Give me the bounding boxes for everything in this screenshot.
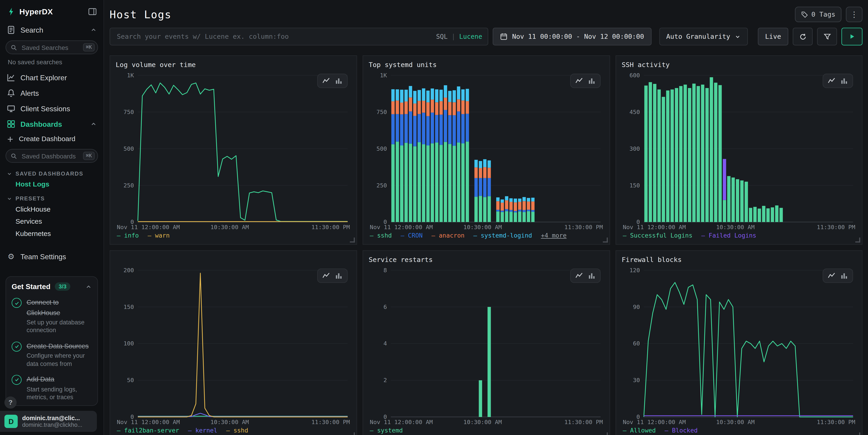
legend-item[interactable]: — anacron — [432, 231, 465, 239]
bar-chart-icon[interactable] — [588, 272, 596, 280]
legend-item[interactable]: — sshd — [370, 231, 392, 239]
sidebar-item-host-logs[interactable]: Host Logs — [0, 178, 103, 190]
panel-firewall-blocks: Firewall blocks 0306090120Nov 11 12:00:0… — [616, 250, 863, 435]
main-content: Host Logs 0 Tags ⋮ SQL | Luce — [104, 0, 868, 435]
sidebar-item-search[interactable]: Search — [0, 22, 103, 38]
sidebar-item-team-settings[interactable]: ⚙ Team Settings — [0, 249, 103, 264]
svg-text:11:30:00 PM: 11:30:00 PM — [311, 224, 350, 230]
legend-item[interactable]: — Blocked — [665, 427, 698, 434]
filter-button[interactable] — [817, 28, 837, 45]
live-button[interactable]: Live — [758, 28, 788, 45]
chart-type-toggle[interactable] — [823, 74, 853, 88]
avatar: D — [4, 415, 18, 428]
tag-icon — [801, 11, 808, 18]
legend-item[interactable]: — CRON — [401, 231, 423, 239]
granularity-dropdown[interactable]: Auto Granularity — [659, 28, 748, 45]
chart-type-toggle[interactable] — [317, 269, 348, 283]
dashboards-grid-icon — [7, 120, 16, 129]
svg-text:11:30:00 PM: 11:30:00 PM — [817, 418, 855, 426]
line-chart-icon[interactable] — [575, 272, 583, 280]
legend-item[interactable]: — info — [117, 231, 139, 239]
live-label: Live — [765, 33, 781, 40]
resize-handle[interactable] — [603, 433, 608, 435]
chart-legend: — systemd — [369, 426, 604, 435]
svg-text:250: 250 — [124, 182, 134, 189]
refresh-button[interactable] — [793, 28, 813, 45]
svg-text:Nov 11 12:00:00 AM: Nov 11 12:00:00 AM — [117, 418, 180, 426]
resize-handle[interactable] — [603, 238, 608, 243]
legend-item[interactable]: — systemd — [370, 427, 403, 434]
chart-type-toggle[interactable] — [317, 74, 348, 88]
event-search-box[interactable]: SQL | Lucene — [110, 28, 488, 45]
presets-header[interactable]: PRESETS — [0, 190, 103, 203]
date-range-picker[interactable]: Nov 11 00:00:00 - Nov 12 00:00:00 — [493, 28, 651, 45]
sidebar-item-kubernetes[interactable]: Kubernetes — [0, 227, 103, 240]
line-chart-icon[interactable] — [322, 77, 330, 85]
saved-dashboards-input[interactable] — [21, 152, 80, 160]
bar-chart-icon[interactable] — [588, 77, 596, 85]
collapse-sidebar-icon[interactable] — [88, 7, 97, 16]
svg-text:500: 500 — [377, 145, 387, 152]
line-chart-icon[interactable] — [575, 77, 583, 85]
get-started-step[interactable]: Add Data Start sending logs, metrics, or… — [11, 374, 92, 401]
chart-type-toggle[interactable] — [570, 269, 600, 283]
run-query-button[interactable] — [841, 28, 862, 45]
bar-chart-icon[interactable] — [840, 77, 848, 85]
sidebar-item-client-sessions[interactable]: Client Sessions — [0, 101, 103, 116]
step-desc: Start sending logs, metrics, or traces — [27, 385, 92, 401]
user-name: dominic.tran@clic... — [22, 415, 82, 421]
legend-item[interactable]: — Successful Logins — [623, 231, 692, 239]
resize-handle[interactable] — [855, 433, 860, 435]
saved-dashboards-header[interactable]: SAVED DASHBOARDS — [0, 165, 103, 178]
chart-type-toggle[interactable] — [570, 74, 600, 88]
chart-title: Top systemd units — [369, 61, 604, 71]
chart-canvas: 02505007501KNov 11 12:00:00 AM10:30:00 A… — [116, 71, 351, 231]
line-chart-icon[interactable] — [828, 272, 835, 280]
event-search-input[interactable] — [116, 32, 432, 41]
get-started-step[interactable]: Create Data Sources Configure where your… — [11, 340, 92, 368]
search-section-icon — [7, 26, 16, 34]
legend-item[interactable]: — warn — [148, 231, 170, 239]
resize-handle[interactable] — [855, 238, 860, 243]
saved-searches-search[interactable]: ⌘K — [5, 40, 98, 54]
legend-more[interactable]: +4 more — [541, 231, 567, 239]
get-started-title: Get Started — [11, 282, 51, 291]
sidebar-item-services[interactable]: Services — [0, 215, 103, 227]
create-dashboard-button[interactable]: Create Dashboard — [0, 132, 103, 146]
chart-type-toggle[interactable] — [823, 269, 853, 283]
sidebar-item-chart-explorer[interactable]: Chart Explorer — [0, 70, 103, 85]
chart-canvas: 0306090120Nov 11 12:00:00 AM10:30:00 AM1… — [622, 266, 857, 426]
chevron-up-icon[interactable] — [85, 283, 92, 290]
chevron-down-icon — [735, 33, 741, 40]
svg-text:60: 60 — [633, 340, 640, 347]
bar-chart-icon[interactable] — [335, 272, 343, 280]
tags-button[interactable]: 0 Tags — [795, 7, 842, 22]
legend-item[interactable]: — systemd-logind — [473, 231, 532, 239]
saved-searches-input[interactable] — [21, 43, 80, 51]
sidebar-item-dashboards[interactable]: Dashboards — [0, 116, 103, 132]
legend-item[interactable]: — kernel — [188, 427, 217, 434]
line-chart-icon[interactable] — [828, 77, 835, 85]
resize-handle[interactable] — [350, 238, 355, 243]
legend-item[interactable]: — Failed Logins — [702, 231, 756, 239]
lucene-toggle[interactable]: Lucene — [459, 33, 482, 40]
sql-toggle[interactable]: SQL — [436, 33, 447, 40]
user-menu[interactable]: D dominic.tran@clic... dominic.tran@clic… — [0, 411, 97, 432]
help-button[interactable]: ? — [4, 397, 17, 409]
legend-item[interactable]: — Allowed — [623, 427, 656, 434]
sidebar-item-label: Alerts — [21, 89, 97, 97]
svg-text:50: 50 — [127, 377, 134, 383]
svg-text:150: 150 — [124, 304, 134, 310]
sidebar-item-alerts[interactable]: Alerts — [0, 85, 103, 101]
line-chart-icon[interactable] — [322, 272, 330, 280]
bar-chart-icon[interactable] — [335, 77, 343, 85]
legend-item[interactable]: — fail2ban-server — [117, 427, 179, 434]
resize-handle[interactable] — [350, 433, 355, 435]
bar-chart-icon[interactable] — [840, 272, 848, 280]
saved-dashboards-search[interactable]: ⌘K — [5, 149, 98, 163]
sidebar-item-clickhouse[interactable]: ClickHouse — [0, 203, 103, 215]
get-started-step[interactable]: Connect to ClickHouse Set up your databa… — [11, 297, 92, 335]
svg-text:2: 2 — [383, 377, 387, 383]
legend-item[interactable]: — sshd — [226, 427, 248, 434]
more-options-button[interactable]: ⋮ — [846, 7, 863, 22]
